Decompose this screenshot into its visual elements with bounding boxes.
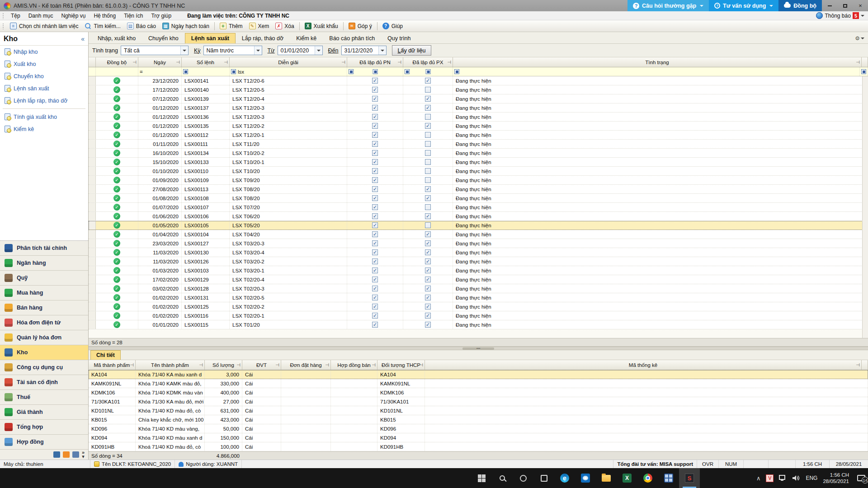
module-mua-hang[interactable]: Mua hàng (0, 286, 88, 300)
filter-cell[interactable] (96, 67, 138, 76)
checkbox-pn[interactable]: ✓ (372, 204, 378, 210)
table-row[interactable]: ✓16/10/2020LSX00134LSX T10/20-2✓Đang thự… (89, 149, 868, 158)
checkbox-px[interactable]: ✓ (425, 322, 431, 328)
them-button[interactable]: +Thêm (217, 22, 246, 30)
checkbox-pn[interactable]: ✓ (372, 150, 378, 156)
ultraviewer-icon[interactable]: V (766, 474, 774, 482)
detail-column-header-hop-ong-ban[interactable]: Hợp đồng bán⊣ (331, 360, 377, 370)
filter-selector-icon[interactable] (405, 69, 410, 74)
checkbox-px[interactable]: ✓ (425, 123, 431, 129)
table-row[interactable]: ✓01/02/2020LSX00125LSX T02/20-2✓✓Đang th… (89, 302, 868, 311)
pin-icon[interactable]: ⊣ (199, 362, 203, 367)
table-row[interactable]: ✓01/10/2020LSX00110LSX T10/20✓Đang thực … (89, 167, 868, 176)
table-row[interactable]: ✓23/03/2020LSX00127LSX T03/20-3✓✓Đang th… (89, 239, 868, 248)
tab-chuyen-kho[interactable]: Chuyển kho (142, 33, 185, 43)
sync-button[interactable]: Đồng bộ (778, 0, 822, 11)
filter-cell[interactable] (860, 67, 868, 76)
taskbar-search-button[interactable] (492, 468, 513, 488)
menu-he-thong[interactable]: Hệ thống (90, 12, 120, 20)
taskbar-edge-button[interactable]: e (554, 468, 575, 488)
tab-quy-trinh[interactable]: Quy trình (381, 33, 417, 43)
filter-selector-icon[interactable] (454, 69, 459, 74)
period-filter-select[interactable]: Năm trước (203, 46, 262, 55)
detail-row[interactable]: KD096Khóa 71/40 KD màu vàng,50,000CáiKD0… (89, 424, 868, 433)
checkbox-pn[interactable]: ✓ (372, 78, 378, 84)
checkbox-px[interactable]: ✓ (425, 277, 431, 282)
menu-tro-giup[interactable]: Trợ giúp (147, 12, 175, 20)
checkbox-pn[interactable]: ✓ (372, 249, 378, 255)
column-header-dien-giai[interactable]: Diễn giải⊣ (230, 57, 347, 67)
table-row[interactable]: ✓01/02/2020LSX00131LSX T02/20-5✓✓Đang th… (89, 293, 868, 302)
pin-icon[interactable]: ⊣ (275, 362, 279, 367)
table-row[interactable]: ✓01/02/2020LSX00116LSX T02/20-1✓✓Đang th… (89, 311, 868, 320)
close-button[interactable]: × (853, 0, 868, 11)
pin-icon[interactable]: ⊣ (130, 362, 134, 367)
tab-lap-rap-thao-do[interactable]: Lắp ráp, tháo dỡ (236, 33, 290, 43)
checkbox-px[interactable] (425, 132, 431, 138)
checkbox-px[interactable] (425, 159, 431, 165)
checkbox-px[interactable]: ✓ (425, 304, 431, 310)
checkbox-pn[interactable]: ✓ (372, 141, 378, 147)
table-row[interactable]: ✓01/12/2020LSX00137LSX T12/20-3✓✓Đang th… (89, 103, 868, 113)
column-header-ngay[interactable]: Ngày⊣ (138, 57, 182, 67)
language-indicator[interactable]: ENG (806, 475, 817, 481)
detail-column-header-ma-thong-ke[interactable]: Mã thống kê⊣ (425, 360, 862, 370)
taskbar-app-blue-button[interactable] (658, 468, 679, 488)
taskbar-start-button[interactable] (471, 468, 492, 488)
table-row[interactable]: ✓01/07/2020LSX00107LSX T07/20✓Đang thực … (89, 203, 868, 212)
presentation-chart-icon[interactable] (53, 451, 60, 458)
table-row[interactable]: ✓01/12/2020LSX00135LSX T12/20-2✓✓Đang th… (89, 122, 868, 131)
checkbox-px[interactable]: ✓ (425, 313, 431, 319)
detail-row[interactable]: KDMK106Khóa 71/40 KDMK màu vàn400,000Cái… (89, 388, 868, 397)
module-kho[interactable]: Kho (0, 345, 88, 360)
checkbox-pn[interactable]: ✓ (372, 195, 378, 201)
detail-column-header-vt[interactable]: ĐVT⊣ (242, 360, 281, 370)
pane-splitter[interactable]: ••• (89, 347, 868, 350)
sidebar-item-chuyen-kho[interactable]: Chuyển kho (0, 70, 88, 82)
checkbox-pn[interactable]: ✓ (372, 177, 378, 183)
column-header-a-lap-u-px[interactable]: Đã lập đủ PX⊣ (403, 57, 453, 67)
pin-icon[interactable]: ⊣ (447, 60, 451, 65)
checkbox-px[interactable] (425, 168, 431, 174)
checkbox-px[interactable] (425, 114, 431, 120)
checkbox-px[interactable]: ✓ (425, 295, 431, 300)
tab-bao-cao-phan-tich[interactable]: Báo cáo phân tích (323, 33, 381, 43)
column-header-tinh-trang[interactable]: Tình trạng⊣ (453, 57, 862, 67)
menu-tep[interactable]: Tệp (7, 12, 24, 20)
vertical-scrollbar[interactable] (862, 76, 868, 338)
checkbox-px[interactable]: ✓ (425, 258, 431, 264)
pin-icon[interactable]: ⊣ (132, 60, 137, 65)
ngay-hach-toan-button[interactable]: ▦Ngày hạch toán (159, 22, 212, 30)
checkbox-pn[interactable]: ✓ (372, 186, 378, 192)
clock[interactable]: 1:56 CH 28/05/2021 (823, 472, 849, 485)
checkbox-px[interactable]: ✓ (425, 96, 431, 102)
table-row[interactable]: ✓23/12/2020LSX00141LSX T12/20-6✓✓Đang th… (89, 76, 868, 85)
checkbox-pn[interactable]: ✓ (372, 286, 378, 291)
pin-icon[interactable]: ⊣ (236, 362, 241, 367)
tray-expand-icon[interactable]: ∧ (756, 475, 761, 482)
filter-selector-icon[interactable] (425, 69, 430, 74)
filter-selector-icon[interactable] (231, 69, 236, 74)
pin-icon[interactable]: ⊣ (419, 362, 423, 367)
sidebar-item-kiem-ke[interactable]: Kiểm kê (0, 123, 88, 135)
pin-icon[interactable]: ⊣ (856, 362, 860, 367)
sidebar-item-tinh-gia-xuat-kho[interactable]: Tính giá xuất kho (0, 111, 88, 123)
splitter-grip[interactable]: ••• (462, 347, 494, 350)
checkbox-pn[interactable]: ✓ (372, 240, 378, 246)
filter-selector-icon[interactable] (861, 69, 866, 74)
filter-cell[interactable] (403, 67, 453, 76)
network-icon[interactable] (779, 475, 787, 481)
chon-chi-nhanh-lam-viec-button[interactable]: ≡Chọn chi nhánh làm việc (7, 22, 81, 30)
to-date-input[interactable]: 31/12/2020 (341, 46, 387, 55)
column-header-so-lenh[interactable]: Số lệnh⊣ (182, 57, 230, 67)
detail-column-header-on-at-hang[interactable]: Đơn đặt hàng⊣ (281, 360, 331, 370)
giup-button[interactable]: ?Giúp (379, 22, 406, 30)
checkbox-pn[interactable]: ✓ (372, 313, 378, 319)
checkbox-pn[interactable]: ✓ (372, 87, 378, 93)
table-row[interactable]: ✓01/12/2020LSX00112LSX T12/20-1✓Đang thự… (89, 131, 868, 140)
tim-kiem-button[interactable]: Tìm kiếm... (81, 22, 123, 30)
grid-settings-button[interactable]: ⚙ (855, 35, 868, 43)
checkbox-px[interactable] (425, 204, 431, 210)
pin-icon[interactable]: ⊣ (856, 60, 860, 65)
table-row[interactable]: ✓11/03/2020LSX00130LSX T03/20-4✓✓Đang th… (89, 248, 868, 257)
